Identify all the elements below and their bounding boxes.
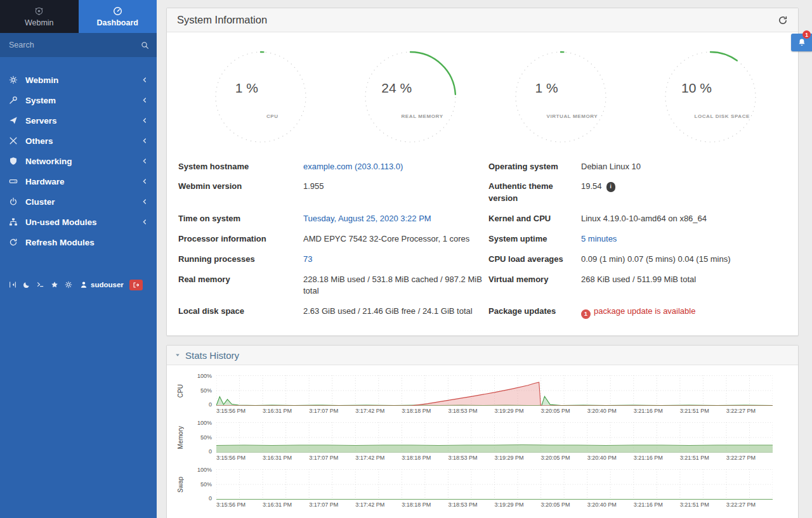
info-link-system-hostname[interactable]: example.com (203.0.113.0) [303, 162, 403, 171]
y-tick-label: 50% [200, 481, 212, 488]
stats-history-toggle[interactable]: Stats History [167, 346, 798, 365]
chevron-left-icon [141, 178, 148, 185]
info-value-processor-information: AMD EPYC 7542 32-Core Processor, 1 cores [303, 229, 488, 249]
sidebar: Webmin Dashboard WebminSystemServersOthe… [0, 0, 157, 518]
refresh-button[interactable] [778, 15, 788, 25]
search-icon[interactable] [141, 41, 149, 49]
tab-webmin[interactable]: Webmin [0, 0, 79, 33]
refresh-icon [9, 238, 19, 247]
x-tick-label: 3:18:53 PM [448, 502, 494, 508]
stats-chart-cpu: CPU100%50%03:15:56 PM3:16:31 PM3:17:07 P… [172, 375, 773, 414]
info-label-system-uptime: System uptime [488, 229, 581, 249]
y-tick-label: 50% [200, 434, 212, 441]
x-tick-label: 3:17:07 PM [309, 408, 355, 414]
gauge-virtual-memory: 1 %VIRTUAL MEMORY [513, 49, 609, 145]
chart-x-axis: 3:15:56 PM3:16:31 PM3:17:07 PM3:17:42 PM… [216, 502, 773, 508]
info-value-kernel-and-cpu: Linux 4.19.0-10-amd64 on x86_64 [581, 209, 787, 230]
y-tick-label: 100% [197, 467, 212, 473]
sidebar-item-others[interactable]: Others [0, 131, 157, 151]
chevron-left-icon [141, 158, 148, 164]
paper-plane-icon [9, 116, 19, 125]
terminal-icon[interactable] [34, 279, 48, 290]
chart-plot-area [216, 375, 773, 406]
chart-y-axis: 100%50%0 [188, 469, 216, 500]
info-label-real-memory: Real memory [178, 269, 303, 290]
y-tick-label: 0 [209, 495, 212, 502]
y-tick-label: 100% [197, 420, 212, 426]
info-text-cpu-load-averages: 0.09 (1 min) 0.07 (5 mins) 0.04 (15 mins… [581, 254, 731, 264]
x-tick-label: 3:20:40 PM [587, 502, 634, 508]
gauge-value: 10 % [670, 81, 723, 96]
night-mode-icon[interactable] [20, 279, 34, 290]
sidebar-item-networking[interactable]: Networking [0, 151, 157, 171]
chevron-left-icon [141, 77, 148, 83]
page-title: System Information [177, 14, 267, 26]
x-tick-label: 3:18:53 PM [448, 408, 494, 414]
info-label-virtual-memory: Virtual memory [488, 269, 581, 290]
x-tick-label: 3:16:31 PM [263, 455, 309, 461]
sidebar-item-webmin[interactable]: Webmin [0, 70, 157, 90]
sidebar-item-label: Webmin [25, 75, 58, 85]
gauge-real-memory: 24 %REAL MEMORY [362, 49, 459, 145]
gear-icon [9, 75, 19, 84]
gauge-value: 1 % [520, 81, 573, 96]
x-tick-label: 3:20:40 PM [587, 408, 634, 414]
info-link-system-uptime[interactable]: 5 minutes [581, 234, 617, 243]
sidebar-item-system[interactable]: System [0, 90, 157, 110]
info-text-real-memory: 228.18 MiB used / 531.8 MiB cached / 987… [303, 275, 482, 296]
x-tick-label: 3:19:29 PM [494, 455, 540, 461]
hdd-icon [9, 177, 19, 186]
x-tick-label: 3:16:31 PM [263, 502, 309, 508]
info-label-local-disk-space: Local disk space [178, 302, 303, 322]
info-label-package-updates: Package updates [488, 302, 581, 322]
chevron-left-icon [141, 219, 148, 225]
x-tick-label: 3:16:31 PM [263, 408, 309, 414]
sidebar-item-label: Servers [25, 116, 57, 126]
sidebar-item-refresh-modules[interactable]: Refresh Modules [0, 232, 157, 252]
sidebar-item-label: Un-used Modules [25, 217, 97, 227]
y-tick-label: 0 [209, 401, 212, 408]
system-information-header: System Information [167, 8, 798, 32]
chart-plot-area [216, 422, 773, 453]
sidebar-item-un-used-modules[interactable]: Un-used Modules [0, 212, 157, 232]
x-tick-label: 3:15:56 PM [216, 408, 263, 414]
info-link-time-on-system[interactable]: Tuesday, August 25, 2020 3:22 PM [303, 214, 431, 223]
theme-version-info-badge[interactable]: i [606, 182, 615, 191]
info-value-operating-system: Debian Linux 10 [581, 157, 787, 177]
info-label-operating-system: Operating system [488, 157, 581, 177]
power-icon [9, 197, 19, 206]
webmin-dashboard: Webmin Dashboard WebminSystemServersOthe… [0, 0, 812, 518]
favorites-icon[interactable] [48, 279, 62, 290]
gauge-label: LOCAL DISK SPACE [691, 113, 753, 119]
tab-dashboard[interactable]: Dashboard [79, 0, 157, 33]
info-link-running-processes[interactable]: 73 [303, 254, 312, 264]
x-tick-label: 3:21:51 PM [680, 455, 726, 461]
caret-down-icon [174, 352, 181, 358]
sidebar-footer: sudouser [0, 279, 157, 290]
chevron-left-icon [141, 97, 148, 103]
info-label-processor-information: Processor information [178, 229, 303, 249]
info-link-package-updates[interactable]: package update is available [594, 306, 695, 316]
webmin-logo-icon [34, 6, 44, 16]
info-label-time-on-system: Time on system [178, 209, 303, 230]
gauges-row: 1 %CPU24 %REAL MEMORY1 %VIRTUAL MEMORY10… [167, 32, 798, 153]
username: sudouser [91, 281, 124, 288]
info-value-webmin-version: 1.955 [303, 177, 488, 197]
chart-y-axis: 100%50%0 [188, 375, 216, 406]
x-tick-label: 3:18:18 PM [402, 455, 448, 461]
sign-out-button[interactable] [129, 280, 143, 290]
tab-webmin-label: Webmin [25, 18, 54, 27]
search-input[interactable] [0, 41, 157, 49]
info-text-operating-system: Debian Linux 10 [581, 162, 641, 171]
collapse-sidebar-icon[interactable] [6, 279, 20, 290]
info-value-authentic-theme-version: 19.54i [581, 177, 787, 197]
notifications-button[interactable]: 1 [791, 34, 812, 51]
stats-history-title: Stats History [185, 350, 239, 361]
options-icon[interactable] [62, 279, 75, 290]
sidebar-item-cluster[interactable]: Cluster [0, 191, 157, 212]
sidebar-item-servers[interactable]: Servers [0, 110, 157, 131]
user-menu[interactable]: sudouser [80, 281, 124, 288]
info-value-cpu-load-averages: 0.09 (1 min) 0.07 (5 mins) 0.04 (15 mins… [581, 249, 787, 269]
sidebar-item-hardware[interactable]: Hardware [0, 171, 157, 191]
info-text-virtual-memory: 268 KiB used / 511.99 MiB total [581, 275, 696, 284]
